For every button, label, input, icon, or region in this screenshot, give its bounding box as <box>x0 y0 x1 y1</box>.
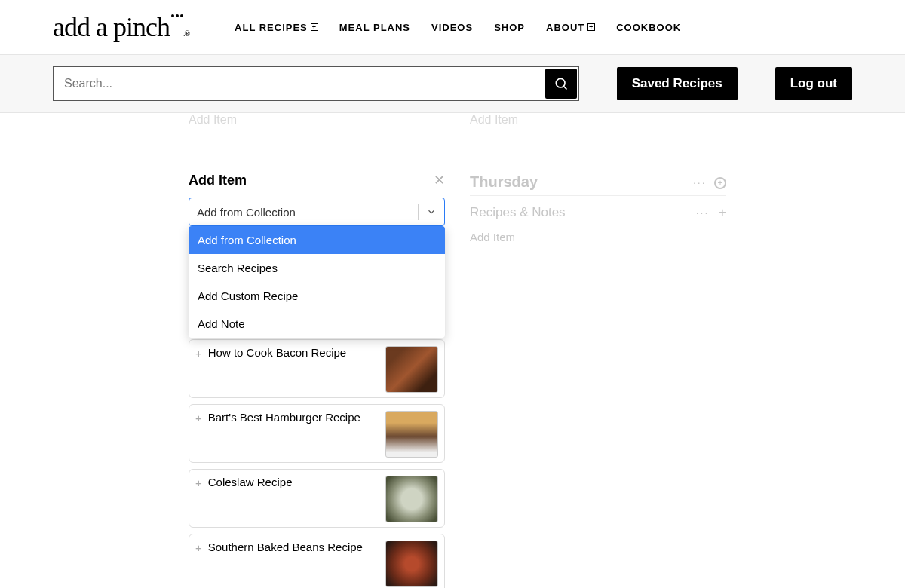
add-circle-icon[interactable]: + <box>714 177 726 189</box>
plus-icon[interactable]: + <box>719 205 726 219</box>
search-icon <box>554 76 569 91</box>
chevron-down-icon <box>419 207 444 217</box>
recipe-title: Coleslaw Recipe <box>208 476 379 488</box>
logo-dots-icon <box>171 14 183 17</box>
recipe-title: Southern Baked Beans Recipe <box>208 541 379 553</box>
close-icon[interactable]: ✕ <box>434 172 445 188</box>
saved-recipes-button[interactable]: Saved Recipes <box>617 67 738 100</box>
faded-add-item-right: Add Item <box>470 113 518 127</box>
nav-about[interactable]: ABOUT + <box>546 22 595 33</box>
plus-icon[interactable]: + <box>195 348 202 359</box>
search-container <box>53 66 579 101</box>
plus-icon[interactable]: + <box>195 412 202 424</box>
svg-point-0 <box>556 78 565 87</box>
recipe-card[interactable]: + How to Cook Bacon Recipe <box>189 339 445 398</box>
search-input[interactable] <box>54 67 544 100</box>
nav-label: VIDEOS <box>431 22 473 33</box>
nav-meal-plans[interactable]: MEAL PLANS <box>339 22 410 33</box>
site-logo[interactable]: add a pinch .® <box>53 11 189 43</box>
svg-line-1 <box>563 86 566 89</box>
recipe-list: + How to Cook Bacon Recipe + Bart's Best… <box>189 339 445 588</box>
day-name: Thursday <box>470 173 538 191</box>
option-add-note[interactable]: Add Note <box>189 310 445 338</box>
recipes-notes-row: Recipes & Notes ··· + <box>470 205 726 220</box>
recipe-card[interactable]: + Coleslaw Recipe <box>189 469 445 528</box>
nav-cookbook[interactable]: COOKBOOK <box>616 22 681 33</box>
logo-text: add a pinch <box>53 11 170 43</box>
search-button[interactable] <box>545 69 577 99</box>
recipe-thumbnail <box>385 476 438 522</box>
plus-icon: + <box>311 23 318 31</box>
recipe-thumbnail <box>385 411 438 458</box>
nav-all-recipes[interactable]: ALL RECIPES + <box>235 22 318 33</box>
logo-registered-icon: .® <box>183 29 189 38</box>
more-icon[interactable]: ··· <box>696 207 710 219</box>
option-search-recipes[interactable]: Search Recipes <box>189 254 445 282</box>
add-item-select[interactable]: Add from Collection <box>189 198 445 226</box>
recipe-thumbnail <box>385 541 438 587</box>
add-item-link[interactable]: Add Item <box>470 231 726 243</box>
secondary-header: Saved Recipes Log out <box>0 55 905 113</box>
add-item-modal: Add Item ✕ Add from Collection <box>189 166 445 226</box>
modal-header: Add Item ✕ <box>189 166 445 194</box>
recipe-card[interactable]: + Southern Baked Beans Recipe <box>189 534 445 588</box>
nav-label: ABOUT <box>546 22 584 33</box>
plus-icon[interactable]: + <box>195 477 202 488</box>
recipe-title: How to Cook Bacon Recipe <box>208 346 379 359</box>
plus-icon[interactable]: + <box>195 542 202 553</box>
recipes-notes-label: Recipes & Notes <box>470 205 566 220</box>
main-nav: ALL RECIPES + MEAL PLANS VIDEOS SHOP ABO… <box>235 22 681 33</box>
recipes-notes-actions: ··· + <box>696 205 726 220</box>
nav-label: COOKBOOK <box>616 22 681 33</box>
content-area: Add Item Add Item Thursday ··· + Recipes… <box>0 113 905 588</box>
modal-title: Add Item <box>189 173 247 188</box>
select-value: Add from Collection <box>189 206 418 219</box>
nav-shop[interactable]: SHOP <box>494 22 525 33</box>
nav-videos[interactable]: VIDEOS <box>431 22 473 33</box>
recipe-thumbnail <box>385 346 438 393</box>
site-header: add a pinch .® ALL RECIPES + MEAL PLANS … <box>0 0 905 55</box>
day-column: Thursday ··· + Recipes & Notes ··· + Add… <box>470 173 726 243</box>
faded-add-item-left: Add Item <box>189 113 237 127</box>
add-item-dropdown: Add from Collection Search Recipes Add C… <box>189 226 445 338</box>
logout-button[interactable]: Log out <box>775 67 852 100</box>
nav-label: SHOP <box>494 22 525 33</box>
recipe-card[interactable]: + Bart's Best Hamburger Recipe <box>189 404 445 463</box>
more-icon[interactable]: ··· <box>693 176 707 188</box>
plus-icon: + <box>587 23 595 31</box>
nav-label: MEAL PLANS <box>339 22 410 33</box>
recipe-title: Bart's Best Hamburger Recipe <box>208 411 379 424</box>
day-header-row: Thursday ··· + <box>470 173 726 196</box>
option-add-from-collection[interactable]: Add from Collection <box>189 226 445 254</box>
nav-label: ALL RECIPES <box>235 22 308 33</box>
day-actions: ··· + <box>693 176 726 189</box>
option-add-custom-recipe[interactable]: Add Custom Recipe <box>189 282 445 310</box>
